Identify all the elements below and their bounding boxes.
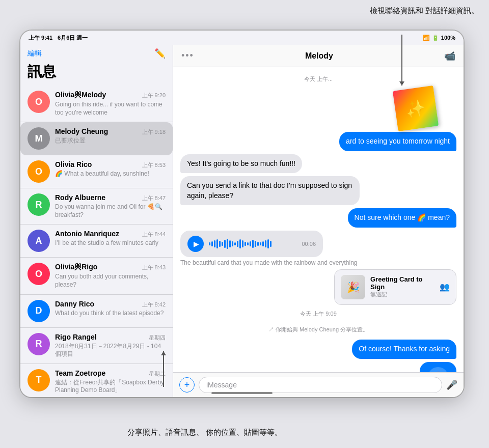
conv-info: Team Zoetrope星期二連結：從Freeor共享的「Soapbox De… [55, 369, 166, 395]
photo-sticker[interactable]: ✨ [393, 86, 439, 131]
conv-time: 上午 8:47 [142, 194, 166, 202]
conv-name: Rigo Rangel [55, 333, 97, 341]
sidebar-title: 訊息 [20, 61, 173, 86]
message-row: ard to seeing you tomorrow night [180, 132, 456, 151]
conv-time: 上午 8:42 [142, 301, 166, 309]
avatar: R [28, 333, 50, 355]
microphone-button[interactable]: 🎤 [446, 379, 457, 390]
conv-preview: 2018年8月31日－2022年8月29日 - 104個項目 [55, 343, 166, 358]
message-bubble: Of course! Thanks for asking [352, 340, 456, 359]
location-request-bubble[interactable]: 📍已要求 [420, 362, 456, 372]
audio-waveform [209, 238, 296, 250]
avatar: O [28, 160, 50, 183]
conversation-item[interactable]: RRigo Rangel星期四2018年8月31日－2022年8月29日 - 1… [20, 328, 173, 364]
conversation-item[interactable]: TTeam Zoetrope星期二連結：從Freeor共享的「Soapbox D… [20, 364, 173, 397]
message-input[interactable]: iMessage [199, 377, 442, 393]
annotation-bottom: 分享照片、語音訊息、 你的位置、貼圖等等。 [127, 427, 282, 438]
conv-name: Olivia與Rigo [55, 263, 97, 272]
location-icon: 📍 [428, 367, 448, 372]
person-icon: 👥 [440, 282, 450, 292]
message-bubble: Can you send a link to that doc I'm supp… [180, 176, 360, 205]
card-title: Greeting Card to Sign [370, 275, 434, 291]
conv-preview: 🌈 What a beautiful day, sunshine! [55, 170, 166, 178]
conv-name: Team Zoetrope [55, 369, 105, 377]
audio-caption: The beautiful card that you made with th… [180, 259, 358, 266]
system-date-label: 今天 上午 9:09 [180, 310, 456, 318]
video-call-button[interactable]: 📹 [444, 50, 455, 62]
conv-info: Olivia與Rigo上午 8:43Can you both add your … [55, 263, 166, 289]
conv-name: Danny Rico [55, 300, 94, 308]
home-indicator [211, 392, 273, 394]
status-right: 📶 🔋 100% [423, 35, 455, 41]
conversation-item[interactable]: MMelody Cheung上午 9:18已要求位置 [20, 122, 173, 155]
conv-name: Antonio Manriquez [55, 230, 119, 238]
conv-preview: Going on this ride... if you want to com… [55, 101, 166, 117]
conversation-item[interactable]: RRody Albuerne上午 8:47Do you wanna join m… [20, 188, 173, 225]
contact-name: Melody [305, 51, 333, 61]
conv-preview: What do you think of the latest episode? [55, 310, 166, 318]
sidebar: 編輯 ✏️ 訊息 OOlivia與Melody上午 9:20Going on t… [20, 45, 173, 397]
conv-preview: I'll be at the studio a few minutes earl… [55, 239, 166, 247]
wifi-icon: 📶 [423, 35, 430, 41]
conv-name: Olivia Rico [55, 160, 92, 169]
audio-duration: 00:06 [302, 241, 316, 247]
audio-message: ▶00:06The beautiful card that you made w… [180, 231, 358, 266]
status-bar: 上午 9:41 6月6日 週一 📶 🔋 100% [20, 31, 464, 45]
conversation-item[interactable]: AAntonio Manriquez上午 8:44I'll be at the … [20, 225, 173, 258]
conversation-item[interactable]: OOlivia Rico上午 8:53🌈 What a beautiful da… [20, 155, 173, 188]
avatar: D [28, 300, 50, 322]
avatar: M [28, 127, 50, 150]
add-attachment-button[interactable]: + [179, 377, 195, 393]
conv-name: Melody Cheung [55, 127, 108, 135]
conversation-item[interactable]: OOlivia與Rigo上午 8:43Can you both add your… [20, 258, 173, 294]
conv-info: Rody Albuerne上午 8:47Do you wanna join me… [55, 193, 166, 219]
conv-name: Olivia與Melody [55, 91, 106, 100]
conv-preview: 連結：從Freeor共享的「Soapbox Derby Planning Dem… [55, 379, 166, 395]
conv-preview: 已要求位置 [55, 137, 166, 145]
chat-area: ••• Melody 📹 今天 上午...✨ard to seeing you … [173, 45, 464, 397]
chat-header: ••• Melody 📹 [173, 45, 464, 67]
avatar: O [28, 263, 50, 285]
message-row: Of course! Thanks for asking [180, 340, 456, 359]
status-date: 6月6日 週一 [58, 34, 88, 42]
location-request-row: 📍已要求 [180, 362, 456, 372]
ipad-frame: 上午 9:41 6月6日 週一 📶 🔋 100% 編輯 ✏️ 訊息 OOlivi… [20, 31, 464, 397]
photo-message-row: ✨ [180, 88, 456, 129]
conv-time: 上午 9:18 [142, 128, 166, 136]
conv-info: Olivia與Melody上午 9:20Going on this ride..… [55, 91, 166, 117]
conversation-item[interactable]: OOlivia與Melody上午 9:20Going on this ride.… [20, 86, 173, 122]
audio-play-button[interactable]: ▶ [187, 236, 204, 252]
audio-message-row: ▶00:06The beautiful card that you made w… [180, 231, 456, 266]
battery-level: 100% [441, 35, 455, 41]
greeting-card-attachment[interactable]: 🎉Greeting Card to Sign無邊記👥 [334, 269, 456, 305]
location-share-label: ↗ 你開始與 Melody Cheung 分享位置。 [180, 326, 456, 333]
conversation-item[interactable]: DDanny Rico上午 8:42What do you think of t… [20, 295, 173, 328]
card-subtitle: 無邊記 [370, 291, 434, 298]
message-row: Can you send a link to that doc I'm supp… [180, 176, 456, 205]
edit-button[interactable]: 編輯 [28, 49, 42, 58]
battery-icon: 🔋 [432, 35, 439, 41]
message-row: Yes! It's going to be so much fun!!! [180, 154, 456, 174]
conv-time: 上午 8:43 [142, 264, 166, 271]
card-thumbnail: 🎉 [341, 275, 365, 299]
audio-bubble[interactable]: ▶00:06 [180, 231, 323, 257]
conv-info: Antonio Manriquez上午 8:44I'll be at the s… [55, 230, 166, 247]
message-bubble: ard to seeing you tomorrow night [339, 132, 456, 151]
conv-info: Rigo Rangel星期四2018年8月31日－2022年8月29日 - 10… [55, 333, 166, 358]
conv-name: Rody Albuerne [55, 193, 105, 202]
card-info: Greeting Card to Sign無邊記 [370, 275, 434, 298]
conv-time: 星期四 [149, 334, 166, 342]
more-options-icon[interactable]: ••• [181, 50, 194, 61]
main-content: 編輯 ✏️ 訊息 OOlivia與Melody上午 9:20Going on t… [20, 45, 464, 397]
message-bubble: Yes! It's going to be so much fun!!! [180, 154, 302, 174]
annotation-top: 檢視聯絡資訊和 對話詳細資訊。 [370, 5, 479, 17]
conv-preview: Do you wanna join me and Oli for 🍕🔍 brea… [55, 203, 166, 219]
conv-info: Olivia Rico上午 8:53🌈 What a beautiful day… [55, 160, 166, 178]
conv-preview: Can you both add your comments, please? [55, 273, 166, 289]
annotation-line-top [401, 35, 402, 86]
message-row: Not sure which one 🌈 mean? [180, 208, 456, 228]
avatar: T [28, 369, 50, 391]
card-message-row: 🎉Greeting Card to Sign無邊記👥 [180, 269, 456, 305]
compose-button[interactable]: ✏️ [154, 48, 166, 59]
avatar: O [28, 91, 50, 113]
